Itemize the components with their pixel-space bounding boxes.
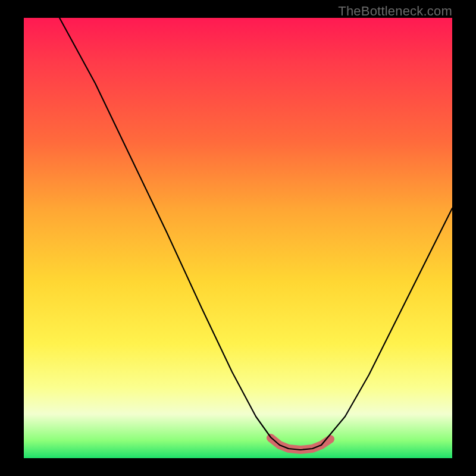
bottleneck-curve (60, 18, 452, 450)
chart-frame: TheBottleneck.com (0, 0, 476, 476)
chart-svg (24, 18, 452, 458)
plot-area (24, 18, 452, 458)
valley-marker (271, 438, 330, 450)
watermark-text: TheBottleneck.com (338, 4, 452, 19)
